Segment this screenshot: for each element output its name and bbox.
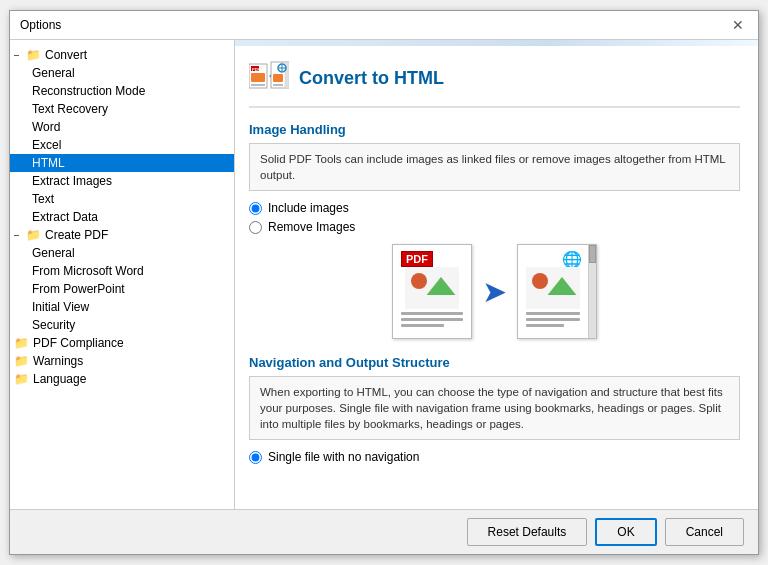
image-handling-title: Image Handling	[249, 122, 740, 137]
tree-label-general: General	[32, 66, 75, 80]
pdf-document-illustration: PDF	[392, 244, 472, 339]
navigation-title: Navigation and Output Structure	[249, 355, 740, 370]
include-images-label: Include images	[268, 201, 349, 215]
tree-label-reconstruction-mode: Reconstruction Mode	[32, 84, 145, 98]
tree-label-create-pdf: Create PDF	[45, 228, 108, 242]
folder-icon-convert: 📁	[26, 48, 41, 62]
tree-label-pdf-compliance: PDF Compliance	[33, 336, 124, 350]
folder-icon-pdf-compliance: 📁	[14, 336, 29, 350]
bottom-bar: Reset Defaults OK Cancel	[10, 509, 758, 554]
folder-icon-warnings: 📁	[14, 354, 29, 368]
tree-item-language[interactable]: 📁Language	[10, 370, 234, 388]
svg-rect-16	[405, 295, 459, 309]
tree-item-create-general[interactable]: General	[10, 244, 234, 262]
tree-item-extract-images[interactable]: Extract Images	[10, 172, 234, 190]
tree-label-from-ms-word: From Microsoft Word	[32, 264, 144, 278]
right-panel: PDF	[235, 40, 758, 509]
tree-item-general[interactable]: General	[10, 64, 234, 82]
html-image-placeholder	[526, 267, 580, 309]
remove-images-label: Remove Images	[268, 220, 355, 234]
expand-icon-create-pdf: –	[14, 230, 24, 240]
ok-button[interactable]: OK	[595, 518, 656, 546]
include-images-radio[interactable]	[249, 202, 262, 215]
close-button[interactable]: ✕	[728, 17, 748, 33]
pdf-label: PDF	[401, 251, 433, 267]
right-panel-content: PDF	[235, 46, 758, 488]
svg-rect-3	[251, 73, 265, 82]
title-bar: Options ✕	[10, 11, 758, 40]
dialog-body: –📁ConvertGeneralReconstruction ModeText …	[10, 40, 758, 509]
tree-item-initial-view[interactable]: Initial View	[10, 298, 234, 316]
tree-item-create-pdf[interactable]: –📁Create PDF	[10, 226, 234, 244]
convert-arrow-icon: ➤	[482, 274, 507, 309]
image-handling-options: Include images Remove Images	[249, 201, 740, 234]
tree-item-reconstruction-mode[interactable]: Reconstruction Mode	[10, 82, 234, 100]
tree-item-convert[interactable]: –📁Convert	[10, 46, 234, 64]
dialog-title: Options	[20, 18, 61, 32]
pdf-image-placeholder	[405, 267, 459, 309]
header-icon: PDF	[249, 60, 289, 96]
folder-icon-create-pdf: 📁	[26, 228, 41, 242]
panel-title: Convert to HTML	[299, 68, 444, 89]
svg-point-14	[411, 273, 427, 289]
tree-item-pdf-compliance[interactable]: 📁PDF Compliance	[10, 334, 234, 352]
tree-item-html[interactable]: HTML	[10, 154, 234, 172]
tree-item-from-ms-word[interactable]: From Microsoft Word	[10, 262, 234, 280]
tree-label-from-powerpoint: From PowerPoint	[32, 282, 125, 296]
svg-rect-4	[251, 84, 265, 86]
options-dialog: Options ✕ –📁ConvertGeneralReconstruction…	[9, 10, 759, 555]
svg-point-18	[532, 273, 548, 289]
tree-container: –📁ConvertGeneralReconstruction ModeText …	[10, 46, 234, 388]
tree-item-security[interactable]: Security	[10, 316, 234, 334]
cancel-button[interactable]: Cancel	[665, 518, 744, 546]
tree-item-text[interactable]: Text	[10, 190, 234, 208]
image-handling-section: Image Handling Solid PDF Tools can inclu…	[249, 122, 740, 234]
include-images-option[interactable]: Include images	[249, 201, 740, 215]
panel-header: PDF	[249, 60, 740, 108]
tree-label-extract-images: Extract Images	[32, 174, 112, 188]
tree-item-warnings[interactable]: 📁Warnings	[10, 352, 234, 370]
navigation-desc: When exporting to HTML, you can choose t…	[249, 376, 740, 440]
tree-label-html: HTML	[32, 156, 65, 170]
html-lines	[526, 312, 580, 330]
remove-images-option[interactable]: Remove Images	[249, 220, 740, 234]
pdf-lines	[401, 312, 463, 330]
tree-label-warnings: Warnings	[33, 354, 83, 368]
svg-text:PDF: PDF	[252, 67, 261, 72]
image-handling-desc: Solid PDF Tools can include images as li…	[249, 143, 740, 191]
tree-item-text-recovery[interactable]: Text Recovery	[10, 100, 234, 118]
navigation-section: Navigation and Output Structure When exp…	[249, 355, 740, 464]
tree-label-create-general: General	[32, 246, 75, 260]
tree-label-text-recovery: Text Recovery	[32, 102, 108, 116]
left-panel: –📁ConvertGeneralReconstruction ModeText …	[10, 40, 235, 509]
single-no-nav-label: Single file with no navigation	[268, 450, 419, 464]
tree-label-initial-view: Initial View	[32, 300, 89, 314]
tree-label-excel: Excel	[32, 138, 61, 152]
single-no-nav-option[interactable]: Single file with no navigation	[249, 450, 740, 464]
tree-label-word: Word	[32, 120, 60, 134]
tree-item-extract-data[interactable]: Extract Data	[10, 208, 234, 226]
folder-icon-language: 📁	[14, 372, 29, 386]
svg-rect-20	[526, 295, 580, 309]
tree-label-text: Text	[32, 192, 54, 206]
svg-rect-11	[273, 74, 283, 82]
tree-label-language: Language	[33, 372, 86, 386]
html-document-illustration: 🌐	[517, 244, 597, 339]
remove-images-radio[interactable]	[249, 221, 262, 234]
svg-rect-12	[273, 84, 283, 86]
html-scrollbar	[588, 245, 596, 338]
tree-item-from-powerpoint[interactable]: From PowerPoint	[10, 280, 234, 298]
reset-defaults-button[interactable]: Reset Defaults	[467, 518, 588, 546]
expand-icon-convert: –	[14, 50, 24, 60]
tree-label-convert: Convert	[45, 48, 87, 62]
tree-label-extract-data: Extract Data	[32, 210, 98, 224]
tree-item-word[interactable]: Word	[10, 118, 234, 136]
navigation-options: Single file with no navigation	[249, 450, 740, 464]
single-no-nav-radio[interactable]	[249, 451, 262, 464]
tree-item-excel[interactable]: Excel	[10, 136, 234, 154]
illustration-area: PDF	[249, 244, 740, 339]
tree-label-security: Security	[32, 318, 75, 332]
